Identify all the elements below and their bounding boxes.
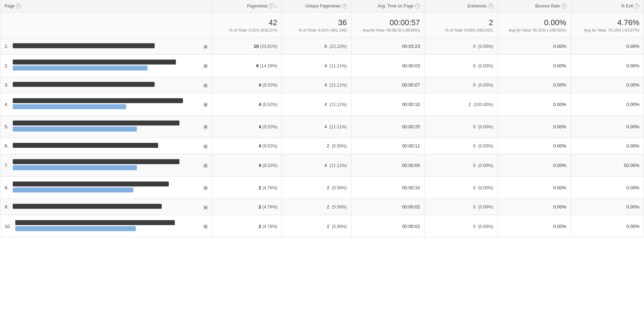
unique-pct: (5.56%) <box>332 224 347 229</box>
page-link[interactable] <box>13 181 201 194</box>
pageviews-value: 4 <box>259 124 261 129</box>
page-link[interactable] <box>13 121 201 133</box>
pageviews-pct: (9.52%) <box>262 163 277 168</box>
summary-avgtime: 00:00:57 Avg for View: 00:08:33 (-88.84%… <box>351 12 424 38</box>
page-link[interactable] <box>13 143 201 149</box>
redacted-bar <box>13 121 179 125</box>
bounce-rate-value: 0.00% <box>553 224 566 229</box>
avg-time-cell: 00:00:25 <box>351 116 424 138</box>
redacted-bar <box>13 204 162 209</box>
bounce-rate-cell: 0.00% <box>498 93 571 116</box>
avg-time-cell: 00:00:03 <box>351 55 424 77</box>
entrances-pct: (0.00%) <box>478 224 493 229</box>
entrances-pct: (100.00%) <box>473 102 493 107</box>
copy-icon[interactable]: ▣ <box>203 223 208 229</box>
exit-value: 0.00% <box>626 224 639 229</box>
page-row-content: 1. ▣ <box>5 43 208 49</box>
page-row-content: 2. ▣ <box>5 60 208 72</box>
avgtime-help-icon[interactable]: ? <box>415 4 420 9</box>
page-cell-4: 4. ▣ <box>0 93 212 116</box>
unique-pct: (11.11%) <box>329 63 347 68</box>
bounce-rate-value: 0.00% <box>553 163 566 168</box>
copy-icon[interactable]: ▣ <box>203 124 208 129</box>
entrances-pct: (0.00%) <box>478 144 493 149</box>
avg-time-cell: 00:00:02 <box>351 199 424 215</box>
copy-icon[interactable]: ▣ <box>203 63 208 68</box>
copy-icon[interactable]: ▣ <box>203 101 208 107</box>
summary-unique: 36 % of Total: 0.01% (461,146) <box>282 12 351 38</box>
exit-cell: 50.00% <box>571 154 644 177</box>
avg-time-value: 00:00:10 <box>402 185 420 190</box>
entrances-help-icon[interactable]: ? <box>488 4 493 9</box>
table-header: Page ? Pageviews ? ↓ Unique Pageviews ? <box>0 0 644 12</box>
bouncerate-help-icon[interactable]: ? <box>561 4 566 9</box>
col-header-unique-pageviews: Unique Pageviews ? <box>282 0 351 12</box>
bounce-rate-cell: 0.00% <box>498 215 571 238</box>
summary-pageviews: 42 % of Total: 0.01% (510,374) <box>212 12 282 38</box>
exit-value: 0.00% <box>626 82 639 88</box>
pageviews-pct: (9.52%) <box>262 102 277 107</box>
bounce-rate-value: 0.00% <box>553 204 566 210</box>
exit-value: 0.00% <box>626 44 639 49</box>
redacted-bar <box>13 188 133 192</box>
entrances-value: 0 <box>473 224 476 229</box>
page-link[interactable] <box>13 204 201 210</box>
page-link[interactable] <box>13 98 201 110</box>
entrances-pct: (0.00%) <box>478 163 493 168</box>
unique-pct: (11.11%) <box>329 102 347 107</box>
copy-icon[interactable]: ▣ <box>203 44 208 49</box>
page-link[interactable] <box>13 43 201 49</box>
page-link[interactable] <box>15 220 201 232</box>
page-row-content: 4. ▣ <box>5 98 208 110</box>
unique-value: 4 <box>324 124 327 129</box>
entrances-col-label: Entrances <box>467 4 487 9</box>
analytics-table: Page ? Pageviews ? ↓ Unique Pageviews ? <box>0 0 644 238</box>
row-number: 9. <box>5 204 9 210</box>
pageviews-pct: (9.52%) <box>262 124 277 129</box>
exit-value: 0.00% <box>626 102 639 107</box>
page-link[interactable] <box>13 82 201 88</box>
entrances-value: 0 <box>473 82 476 88</box>
redacted-bar <box>15 220 175 225</box>
avg-time-value: 00:00:02 <box>402 204 420 210</box>
copy-icon[interactable]: ▣ <box>203 143 208 149</box>
page-cell-5: 5. ▣ <box>0 116 212 138</box>
unique-value: 4 <box>324 102 327 107</box>
page-row-content: 10. ▣ <box>5 220 208 232</box>
entrances-cell: 0 (0.00%) <box>424 215 498 238</box>
unique-pct: (22.22%) <box>329 44 347 49</box>
pageviews-cell: 2 (4.76%) <box>212 215 282 238</box>
page-help-icon[interactable]: ? <box>16 4 21 9</box>
copy-icon[interactable]: ▣ <box>203 185 208 190</box>
page-row-content: 7. ▣ <box>5 159 208 171</box>
sort-arrow-icon[interactable]: ↓ <box>276 4 278 8</box>
entrances-pct: (0.00%) <box>478 185 493 190</box>
page-link[interactable] <box>13 60 201 72</box>
table-row: 10. ▣ 2 (4.76%)2 (5.56%)00:00:020 (0.00%… <box>0 215 644 238</box>
exit-cell: 0.00% <box>571 77 644 93</box>
copy-icon[interactable]: ▣ <box>203 162 208 168</box>
page-link[interactable] <box>13 159 201 171</box>
pageviews-help-icon[interactable]: ? <box>269 4 274 9</box>
bounce-rate-cell: 0.00% <box>498 116 571 138</box>
copy-icon[interactable]: ▣ <box>203 82 208 88</box>
pageviews-cell: 4 (9.52%) <box>212 77 282 93</box>
copy-icon[interactable]: ▣ <box>203 204 208 210</box>
table-row: 3. ▣ 4 (9.52%)4 (11.11%)00:00:070 (0.00%… <box>0 77 644 93</box>
page-cell-10: 10. ▣ <box>0 215 212 238</box>
exit-help-icon[interactable]: ? <box>634 4 639 9</box>
unique-help-icon[interactable]: ? <box>342 4 347 9</box>
exit-cell: 0.00% <box>571 199 644 215</box>
entrances-pct: (0.00%) <box>478 124 493 129</box>
avg-time-value: 00:00:02 <box>402 224 420 229</box>
page-cell-6: 6. ▣ <box>0 138 212 154</box>
bounce-rate-cell: 0.00% <box>498 138 571 154</box>
summary-exit-val: 4.76% <box>575 18 639 27</box>
exit-cell: 0.00% <box>571 116 644 138</box>
entrances-cell: 2 (100.00%) <box>424 93 498 116</box>
summary-bouncerate: 0.00% Avg for View: 30.15% (-100.00%) <box>498 12 571 38</box>
page-row-content: 6. ▣ <box>5 143 208 149</box>
unique-value: 2 <box>327 224 329 229</box>
pageviews-value: 2 <box>259 185 261 190</box>
unique-pageviews-cell: 4 (11.11%) <box>282 116 351 138</box>
